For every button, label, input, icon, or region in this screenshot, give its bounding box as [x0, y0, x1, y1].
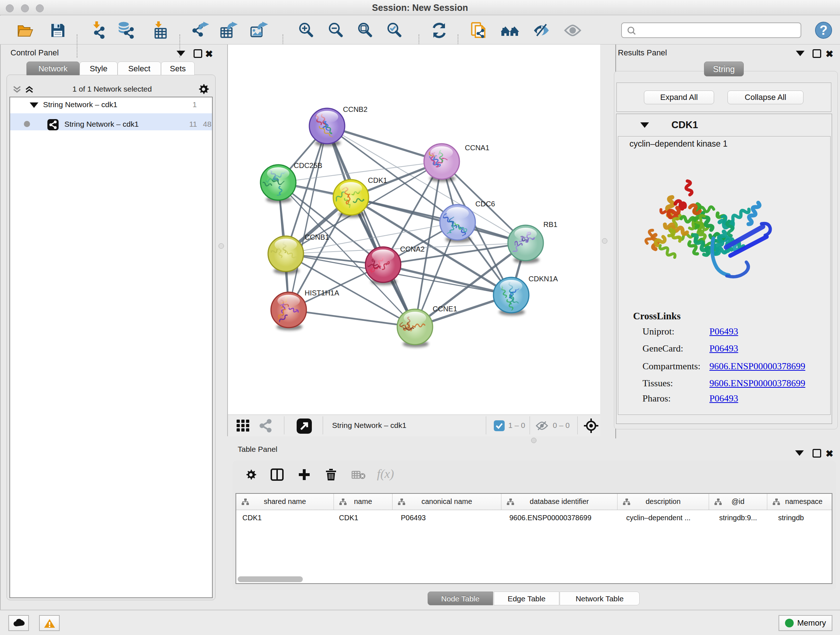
svg-text:CDC25B: CDC25B: [294, 162, 322, 169]
svg-text:CCNB1: CCNB1: [305, 233, 329, 241]
svg-text:CDC6: CDC6: [475, 200, 495, 208]
svg-text:CDK1: CDK1: [368, 176, 387, 184]
svg-text:CCNA2: CCNA2: [400, 245, 425, 253]
svg-text:RB1: RB1: [543, 220, 557, 228]
svg-text:CCNA1: CCNA1: [465, 144, 489, 152]
svg-text:HIST1H1A: HIST1H1A: [305, 289, 339, 297]
svg-text:CCNE1: CCNE1: [433, 305, 457, 313]
svg-text:CCNB2: CCNB2: [343, 105, 368, 113]
svg-text:CDKN1A: CDKN1A: [529, 275, 558, 283]
